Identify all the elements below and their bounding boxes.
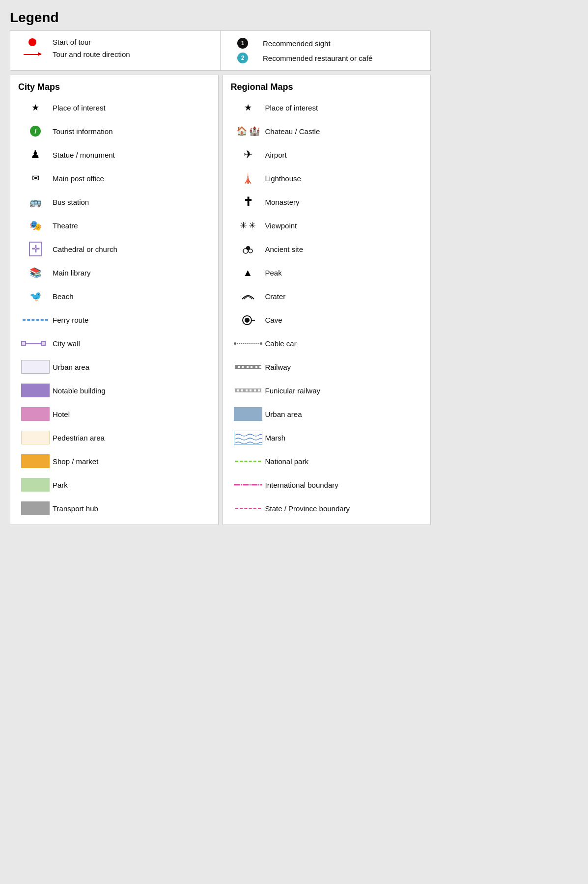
list-item: i Tourist information — [18, 122, 210, 140]
statue-icon: ♟ — [18, 148, 53, 161]
urban-area-r-label: Urban area — [265, 410, 423, 418]
notable-building-label: Notable building — [53, 387, 210, 395]
urban-area-r-icon — [231, 407, 265, 421]
place-interest-icon: ★ — [18, 102, 53, 113]
marsh-label: Marsh — [265, 434, 423, 442]
intl-boundary-icon — [231, 483, 265, 487]
transport-hub-label: Transport hub — [53, 504, 210, 513]
list-item: City wall — [18, 334, 210, 353]
cathedral-icon: ✛ — [18, 242, 53, 256]
body-section: City Maps ★ Place of interest i Tourist … — [10, 75, 431, 525]
recommended-restaurant-row: 2 Recommended restaurant or café — [230, 53, 420, 63]
airport-icon: ✈ — [231, 148, 265, 161]
place-interest-label: Place of interest — [53, 104, 210, 112]
theatre-icon: 🎭 — [18, 220, 53, 231]
list-item: Pedestrian area — [18, 428, 210, 447]
list-item: Shop / market — [18, 452, 210, 470]
theatre-label: Theatre — [53, 221, 210, 230]
list-item: Transport hub — [18, 499, 210, 518]
funicular-icon — [231, 388, 265, 392]
legend-title: Legend — [10, 10, 431, 26]
top-left: Start of tour Tour and route direction — [10, 31, 220, 70]
list-item: ★ Place of interest — [231, 98, 423, 117]
regional-maps-title: Regional Maps — [231, 82, 423, 92]
list-item: ✳✳ Viewpoint — [231, 216, 423, 235]
start-tour-icon — [20, 38, 45, 46]
post-office-label: Main post office — [53, 174, 210, 183]
list-item: 🎭 Theatre — [18, 216, 210, 235]
place-interest-r-label: Place of interest — [265, 104, 423, 112]
state-boundary-label: State / Province boundary — [265, 504, 423, 513]
top-right: 1 Recommended sight 2 Recommended restau… — [220, 31, 430, 70]
list-item: Cable car — [231, 334, 423, 353]
chateau-label: Chateau / Castle — [265, 127, 423, 136]
list-item: Hotel — [18, 405, 210, 423]
national-park-label: National park — [265, 457, 423, 466]
start-tour-row: Start of tour — [20, 38, 210, 46]
post-office-icon: ✉ — [18, 173, 53, 184]
black-circle-icon: 1 — [237, 38, 248, 49]
place-interest-r-icon: ★ — [231, 102, 265, 113]
cave-icon — [231, 313, 265, 326]
ancient-site-label: Ancient site — [265, 245, 423, 253]
tour-route-label: Tour and route direction — [53, 50, 130, 58]
teal-circle-icon: 2 — [237, 53, 248, 63]
national-park-icon — [231, 461, 265, 462]
beach-icon: 🐦 — [18, 290, 53, 302]
list-item: Ferry route — [18, 310, 210, 329]
viewpoint-label: Viewpoint — [265, 221, 423, 230]
main-library-icon: 📚 — [18, 267, 53, 278]
railway-label: Railway — [265, 363, 423, 371]
list-item: Cave — [231, 310, 423, 329]
recommended-sight-row: 1 Recommended sight — [230, 38, 420, 49]
tourist-info-icon: i — [18, 126, 53, 137]
list-item: International boundary — [231, 475, 423, 494]
red-line — [24, 54, 41, 55]
railway-icon — [231, 365, 265, 369]
city-maps-col: City Maps ★ Place of interest i Tourist … — [10, 75, 219, 525]
statue-label: Statue / monument — [53, 151, 210, 159]
beach-label: Beach — [53, 292, 210, 301]
bus-station-label: Bus station — [53, 198, 210, 206]
ferry-route-label: Ferry route — [53, 316, 210, 324]
regional-maps-col: Regional Maps ★ Place of interest 🏠 🏰 Ch… — [223, 75, 431, 525]
list-item: 🗼 Lighthouse — [231, 169, 423, 188]
top-section: Start of tour Tour and route direction 1… — [10, 30, 431, 71]
shop-market-label: Shop / market — [53, 457, 210, 466]
list-item: ★ Place of interest — [18, 98, 210, 117]
peak-icon: ▲ — [231, 267, 265, 278]
cable-car-icon — [231, 342, 265, 345]
pedestrian-area-label: Pedestrian area — [53, 434, 210, 442]
transport-hub-icon — [18, 501, 53, 515]
list-item: Funicular railway — [231, 381, 423, 400]
park-icon — [18, 478, 53, 492]
list-item: ✈ Airport — [231, 145, 423, 164]
list-item: 🏠 🏰 Chateau / Castle — [231, 122, 423, 140]
cable-car-label: Cable car — [265, 339, 423, 348]
monastery-label: Monastery — [265, 198, 423, 206]
list-item: ▲ Peak — [231, 263, 423, 282]
list-item: Ancient site — [231, 240, 423, 258]
list-item: ♟ Statue / monument — [18, 145, 210, 164]
legend-container: Legend Start of tour Tour and route dire… — [10, 10, 431, 525]
list-item: Park — [18, 475, 210, 494]
urban-area-label: Urban area — [53, 363, 210, 371]
list-item: State / Province boundary — [231, 499, 423, 518]
pedestrian-area-icon — [18, 431, 53, 444]
recommended-sight-label: Recommended sight — [263, 39, 331, 48]
tourist-info-label: Tourist information — [53, 127, 210, 136]
list-item: Marsh — [231, 428, 423, 447]
recommended-sight-icon: 1 — [230, 38, 255, 49]
list-item: ✝ Monastery — [231, 193, 423, 211]
crater-icon — [231, 290, 265, 302]
list-item: Crater — [231, 287, 423, 305]
funicular-label: Funicular railway — [265, 387, 423, 395]
list-item: Urban area — [231, 405, 423, 423]
red-arrow-line-icon — [24, 54, 41, 55]
red-dot-icon — [28, 38, 36, 46]
chateau-icon: 🏠 🏰 — [231, 126, 265, 137]
viewpoint-icon: ✳✳ — [231, 220, 265, 231]
park-label: Park — [53, 481, 210, 489]
svg-point-4 — [245, 318, 250, 323]
notable-building-icon — [18, 384, 53, 397]
